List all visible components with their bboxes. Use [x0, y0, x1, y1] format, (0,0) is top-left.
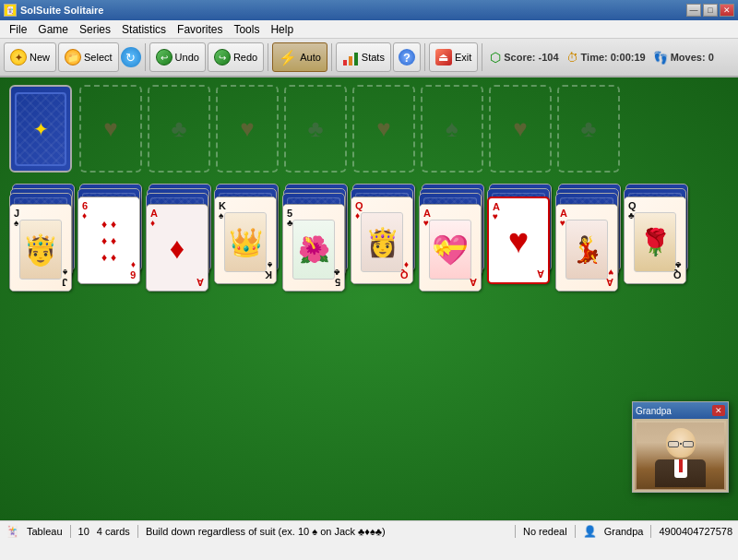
- score-display: ⬡ Score: -104: [490, 50, 558, 65]
- help-button[interactable]: ?: [393, 42, 421, 72]
- exit-icon: ⏏: [435, 49, 452, 66]
- foundation-5[interactable]: ♥: [352, 85, 415, 173]
- menu-help[interactable]: Help: [265, 22, 299, 37]
- foundation-7[interactable]: ♥: [489, 85, 552, 173]
- foundation-6-icon: ♠: [446, 114, 458, 143]
- card-rank-bot: A: [537, 268, 544, 280]
- auto-button[interactable]: ⚡ Auto: [272, 42, 327, 72]
- card-suit-top: ♦: [150, 218, 155, 228]
- redo-button[interactable]: ↪ Redo: [208, 42, 264, 72]
- card-face-art: A ♥ 💝 A: [420, 205, 481, 291]
- shirt: [674, 459, 687, 478]
- window-controls[interactable]: — □ ✕: [686, 4, 734, 17]
- moves-icon: 👣: [653, 51, 668, 65]
- card-rank-bot: A: [606, 277, 613, 288]
- face-art: 💃: [565, 220, 608, 280]
- menu-tools[interactable]: Tools: [228, 22, 265, 37]
- grandpa-photo: [635, 421, 726, 490]
- select-button[interactable]: 📁 Select: [58, 42, 119, 72]
- new-button[interactable]: ✦ New: [4, 42, 56, 72]
- undo-label: Undo: [175, 52, 199, 63]
- foundation-1[interactable]: ♥: [79, 85, 142, 173]
- select-icon: 📁: [65, 49, 81, 66]
- new-icon: ✦: [10, 49, 27, 66]
- foundation-4[interactable]: ♣: [284, 85, 347, 173]
- stats-icon: [342, 49, 359, 66]
- card-king-spades[interactable]: K ♠ 👑 K ♠: [214, 197, 277, 284]
- card-suit-bot: ♣: [334, 268, 340, 278]
- card-suit-top: ♥: [423, 218, 429, 228]
- toolbar-separator-4: [424, 43, 425, 71]
- status-sep-5: [650, 525, 651, 538]
- stats-button[interactable]: Stats: [336, 42, 391, 72]
- toolbar: ✦ New 📁 Select ↻ ↩ Undo ↪ Redo ⚡ Auto St…: [0, 39, 738, 77]
- card-rank-bot: 6: [130, 269, 136, 280]
- foundation-5-icon: ♥: [376, 114, 390, 143]
- toolbar-separator-5: [482, 43, 482, 71]
- game-area[interactable]: ✦ ♥ ♣ ♥ ♣ ♥ ♠ ♥ ♣: [0, 77, 738, 520]
- card-suit-bot: ♦: [131, 260, 136, 270]
- face-art: 👸: [361, 212, 403, 272]
- toolbar-separator-3: [331, 43, 332, 71]
- menu-favorites[interactable]: Favorites: [172, 22, 228, 37]
- foundation-3-icon: ♥: [240, 114, 254, 143]
- foundation-2[interactable]: ♣: [148, 85, 210, 173]
- tableau-value: 10: [78, 526, 89, 537]
- title-bar-left: 🃏 SolSuite Solitaire: [4, 4, 103, 17]
- auto-icon: ⚡: [279, 48, 297, 66]
- refresh-icon: ↻: [121, 47, 141, 67]
- card-suit-top: ♣: [287, 218, 293, 228]
- card-jack-spades[interactable]: J ♠ 🤴 J ♠: [9, 204, 72, 292]
- rule-text: Build down regardless of suit (ex. 10 ♠ …: [146, 526, 507, 537]
- card-suit-top: ♥: [560, 218, 565, 228]
- card-center-heart: ♥: [508, 220, 530, 260]
- grandpa-close-btn[interactable]: ✕: [712, 405, 725, 416]
- menu-game[interactable]: Game: [32, 22, 74, 37]
- foundation-3[interactable]: ♥: [216, 85, 279, 173]
- time-display: ⏱ Time: 0:00:19: [566, 51, 646, 65]
- face-art: 🌺: [292, 220, 335, 280]
- status-sep-4: [575, 525, 576, 538]
- status-sep-1: [70, 525, 71, 538]
- foundation-8[interactable]: ♣: [557, 85, 620, 173]
- card-face-art: K ♠ 👑 K ♠: [215, 197, 276, 283]
- minimize-button[interactable]: —: [686, 4, 701, 17]
- card-rank-bot: Q: [673, 269, 682, 280]
- menu-file[interactable]: File: [4, 22, 32, 37]
- card-face-art: Q ♣ 🌹 Q ♣: [625, 197, 685, 283]
- card-face-art: Q ♦ 👸 Q ♦: [351, 197, 412, 283]
- card-ace-diamonds[interactable]: A ♦ ♦ A: [146, 204, 208, 292]
- maximize-button[interactable]: □: [703, 4, 718, 17]
- foundation-2-icon: ♣: [171, 114, 186, 143]
- undo-button[interactable]: ↩ Undo: [149, 42, 206, 72]
- player-text: Grandpa: [604, 526, 644, 537]
- redeal-text: No redeal: [523, 526, 567, 537]
- foundation-area: ♥ ♣ ♥ ♣ ♥ ♠ ♥ ♣: [79, 85, 620, 173]
- card-ace-hearts-3[interactable]: A ♥ 💃 A ♥: [555, 204, 618, 292]
- grandpa-figure: [637, 423, 724, 489]
- card-center: ♦: [170, 231, 184, 265]
- menu-series[interactable]: Series: [74, 22, 116, 37]
- stock-pile[interactable]: ✦: [9, 85, 72, 173]
- card-rank-bot: J: [62, 277, 67, 288]
- moves-value: Moves: 0: [671, 52, 714, 63]
- close-window-button[interactable]: ✕: [720, 4, 734, 17]
- card-5-clubs[interactable]: 5 ♣ 🌺 5 ♣: [282, 204, 345, 292]
- exit-button[interactable]: ⏏ Exit: [429, 42, 478, 72]
- foundation-6[interactable]: ♠: [421, 85, 483, 173]
- card-6-diamonds[interactable]: 6 ♦ ♦♦ ♦♦ ♦♦ 6 ♦: [77, 197, 140, 284]
- grandpa-title: Grandpa: [636, 406, 672, 416]
- card-ace-hearts[interactable]: A ♥ 💝 A: [419, 204, 482, 292]
- card-face-art: 5 ♣ 🌺 5 ♣: [283, 205, 344, 291]
- glasses: [668, 441, 694, 448]
- card-queen-diamonds[interactable]: Q ♦ 👸 Q ♦: [351, 197, 413, 284]
- body: [655, 459, 706, 487]
- menu-statistics[interactable]: Statistics: [116, 22, 172, 37]
- card-suit-top: ♦: [355, 210, 360, 220]
- card-queen-clubs[interactable]: Q ♣ 🌹 Q ♣: [624, 197, 686, 284]
- card-ace-hearts-2[interactable]: A ♥ ♥ A: [487, 197, 550, 284]
- toolbar-separator-1: [145, 43, 146, 71]
- foundation-4-icon: ♣: [307, 114, 323, 143]
- grandpa-widget: Grandpa ✕: [632, 401, 729, 493]
- card-face-art: J ♠ 🤴 J ♠: [10, 205, 71, 291]
